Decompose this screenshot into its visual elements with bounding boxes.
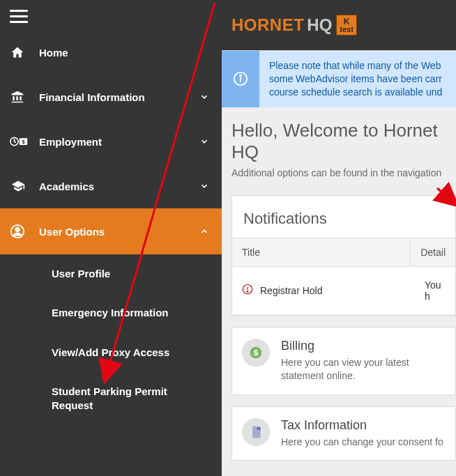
alert-icon	[242, 284, 253, 297]
card-title: Billing	[281, 339, 446, 353]
chevron-down-icon	[199, 92, 209, 102]
hamburger-menu[interactable]	[0, 0, 222, 30]
user-circle-icon	[10, 224, 39, 239]
info-icon	[222, 51, 259, 107]
chevron-down-icon	[199, 137, 209, 146]
sidebar-item-label: Financial Information	[39, 91, 199, 103]
card-desc: Here you can view your latest statement …	[281, 356, 446, 383]
card-tax[interactable]: i Tax Information Here you can change yo…	[231, 406, 456, 461]
env-badge: K test	[336, 15, 357, 36]
sidebar-item-home[interactable]: Home	[0, 30, 222, 75]
main-content: HORNET HQ K test Please note that while …	[222, 0, 456, 476]
sidebar-item-label: Employment	[39, 136, 199, 148]
sidebar-item-label: User Options	[39, 226, 199, 238]
svg-text:i: i	[259, 427, 259, 431]
sidebar-item-label: Academics	[39, 181, 199, 192]
svg-point-10	[247, 291, 248, 293]
card-billing[interactable]: $ Billing Here you can view your latest …	[231, 327, 456, 395]
col-title: Title	[232, 238, 411, 266]
graduation-cap-icon	[10, 179, 39, 193]
chevron-up-icon	[199, 227, 209, 236]
sidebar-sub-emergency-info[interactable]: Emergency Information	[0, 293, 222, 332]
notification-title: Registrar Hold	[260, 285, 322, 296]
brand-part1: HORNET	[231, 15, 304, 35]
page-title: Hello, Welcome to Hornet HQ	[231, 120, 446, 163]
table-row[interactable]: Registrar Hold You h	[232, 267, 455, 315]
chevron-down-icon	[199, 181, 209, 191]
sidebar-item-employment[interactable]: $ Employment	[0, 119, 222, 164]
notification-detail: You h	[415, 267, 455, 314]
card-desc: Here you can change your consent fo	[281, 436, 443, 450]
svg-text:$: $	[254, 348, 259, 357]
document-icon: i	[242, 418, 270, 446]
sidebar-sub-proxy-access[interactable]: View/Add Proxy Access	[0, 333, 222, 372]
svg-point-7	[240, 75, 241, 77]
col-detail: Detail	[411, 238, 455, 266]
welcome-block: Hello, Welcome to Hornet HQ Additional o…	[222, 107, 456, 184]
hamburger-icon	[10, 15, 28, 17]
sidebar-item-user-options[interactable]: User Options	[0, 208, 222, 254]
sidebar-sub-parking-permit[interactable]: Student Parking Permit Request	[0, 372, 222, 426]
notifications-table-header: Title Detail	[232, 238, 455, 267]
page-subtitle: Additional options can be found in the n…	[231, 167, 446, 178]
brand-logo[interactable]: HORNET HQ K test	[231, 15, 357, 36]
clock-money-icon: $	[10, 135, 39, 148]
dollar-circle-icon: $	[242, 339, 270, 367]
sidebar: Home Financial Information $ Employment	[0, 0, 222, 476]
bank-icon	[10, 90, 39, 104]
brand-part2: HQ	[307, 15, 332, 35]
sidebar-item-label: Home	[39, 47, 209, 59]
sidebar-item-academics[interactable]: Academics	[0, 164, 222, 208]
svg-text:$: $	[22, 139, 25, 145]
sidebar-sub-user-profile[interactable]: User Profile	[0, 254, 222, 293]
sidebar-item-financial[interactable]: Financial Information	[0, 75, 222, 119]
info-banner: Please note that while many of the Web s…	[222, 50, 456, 107]
home-icon	[10, 45, 39, 59]
notifications-heading: Notifications	[232, 196, 455, 238]
topbar: HORNET HQ K test	[222, 0, 456, 50]
notifications-panel: Notifications Title Detail Registrar Hol…	[231, 195, 456, 316]
info-banner-text: Please note that while many of the Web s…	[259, 51, 449, 107]
card-title: Tax Information	[281, 418, 443, 433]
svg-point-4	[15, 228, 20, 232]
